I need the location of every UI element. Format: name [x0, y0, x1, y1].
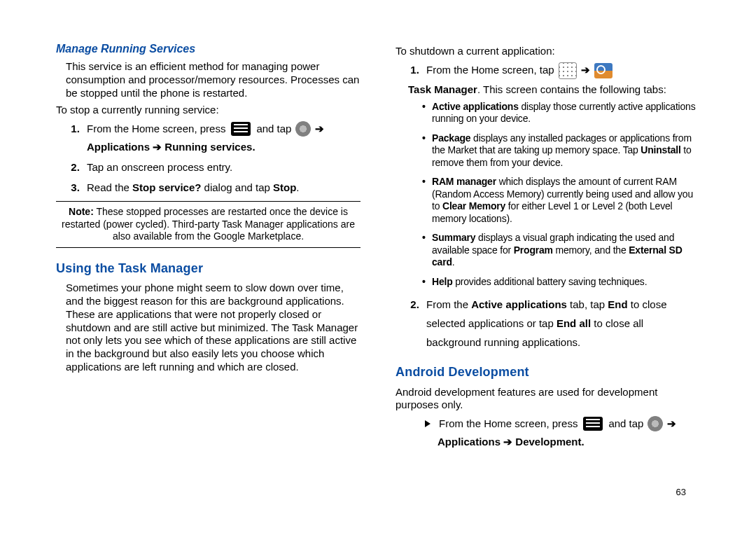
para-android-dev: Android development features are used fo…	[396, 386, 700, 413]
shutdown-step-2: From the Active applications tab, tap En…	[422, 295, 700, 352]
note-block: Note: These stopped processes are restar…	[56, 201, 360, 248]
settings-gear-icon	[295, 121, 311, 137]
menu-button-icon	[583, 417, 603, 431]
settings-gear-icon	[648, 416, 663, 431]
text: . This screen contains the following tab…	[477, 83, 666, 95]
text: From the Home screen, press	[439, 417, 578, 431]
tab-active-applications: Active applications display those curren…	[422, 101, 700, 125]
right-column: To shutdown a current application: From …	[396, 42, 700, 449]
heading-manage-running-services: Manage Running Services	[56, 42, 360, 56]
path-applications-development: Applications ➔ Development.	[438, 436, 700, 449]
menu-button-icon	[231, 122, 251, 136]
para-mrs-to-stop: To stop a currently running service:	[56, 104, 360, 117]
task-manager-label: Task Manager	[408, 83, 477, 95]
text: and tap	[256, 123, 291, 136]
arrow-icon: ➔	[315, 123, 324, 136]
note-label: Note:	[69, 206, 94, 217]
text: From the Home screen, press	[87, 123, 225, 136]
heading-using-task-manager: Using the Task Manager	[56, 261, 360, 277]
para-mrs-intro: This service is an efficient method for …	[66, 60, 360, 99]
mrs-step-3: Read the Stop service? dialog and tap St…	[83, 181, 360, 195]
note-body: These stopped processes are restarted on…	[62, 206, 355, 242]
shutdown-steps: From the Home screen, tap ➔ Task Manager…	[414, 62, 700, 352]
mrs-step-1: From the Home screen, press and tap ➔ Ap…	[83, 121, 360, 154]
page-number: 63	[676, 487, 686, 498]
tab-summary: Summary displays a visual graph indicati…	[422, 232, 700, 269]
para-task-manager: Sometimes your phone might seem to slow …	[66, 282, 360, 373]
tab-ram-manager: RAM manager which displays the amount of…	[422, 176, 700, 225]
path-applications-running-services: Applications ➔ Running services.	[87, 141, 360, 154]
mrs-steps: From the Home screen, press and tap ➔ Ap…	[74, 121, 360, 194]
text: From the Home screen, tap	[426, 64, 554, 77]
triangle-bullet-icon	[425, 420, 430, 427]
para-shutdown-intro: To shutdown a current application:	[396, 45, 700, 58]
mrs-step-2: Tap an onscreen process entry.	[83, 161, 360, 174]
android-dev-step: From the Home screen, press and tap ➔	[425, 416, 700, 431]
text: and tap	[608, 417, 643, 431]
arrow-icon: ➔	[581, 64, 590, 77]
tab-package: Package displays any installed packages …	[422, 132, 700, 169]
shutdown-step-1: From the Home screen, tap ➔ Task Manager…	[422, 62, 700, 288]
task-manager-icon	[594, 63, 612, 78]
tab-help: Help provides additional battery saving …	[422, 276, 700, 289]
apps-grid-icon	[559, 62, 577, 79]
arrow-icon: ➔	[667, 417, 676, 431]
heading-android-development: Android Development	[396, 364, 700, 380]
left-column: Manage Running Services This service is …	[56, 42, 360, 449]
